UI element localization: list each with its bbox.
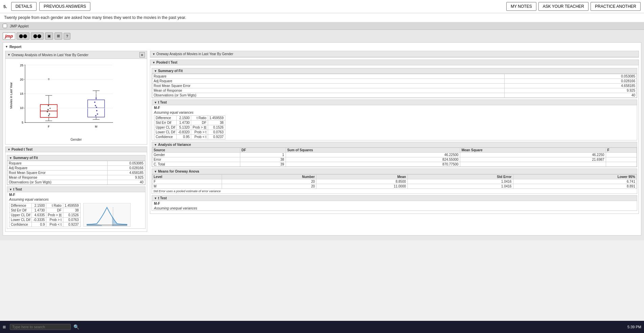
top-bar: 5. DETAILS PREVIOUS ANSWERS MY NOTES ASK… — [0, 0, 644, 13]
jmp-logo: jmp — [3, 32, 15, 40]
svg-point-34 — [95, 105, 96, 106]
means-table: LevelNumberMeanStd ErrorLower 95% F208.8… — [152, 174, 637, 189]
question-text: Twenty people from each gender are asked… — [0, 13, 644, 22]
table-row: Upper CL Dif5.1320Prob > |t|0.1526 — [154, 125, 225, 130]
oneway-left-triangle: ▼ — [7, 53, 10, 57]
jmp-applet-checkbox[interactable] — [3, 24, 7, 28]
details-button[interactable]: DETAILS — [11, 2, 37, 11]
ttest-left-content: Difference2.1500t Ratio1.459559 Std Err … — [7, 202, 145, 228]
previous-answers-button[interactable]: PREVIOUS ANSWERS — [39, 2, 90, 11]
assuming-equal-right: Assuming equal variances — [152, 110, 637, 115]
t-test-left-header: ▼ t Test — [7, 187, 145, 192]
jmp-container: jmp ⬤⬤ ⬤⬤ ▣ ⊞ ? ▼ Report — [0, 30, 644, 240]
boxplot-area: 5 10 15 20 — [5, 59, 147, 144]
jmp-tool-4[interactable]: ⊞ — [54, 32, 62, 40]
pooled-t-test-left-body: ▼ Summary of Fit Rsquare 0.053085 — [5, 152, 147, 231]
summary-fit-right: ▼ Summary of Fit Rsquare 0.053085 — [152, 68, 637, 98]
table-row: Error38824.5500021.6987 — [152, 157, 637, 162]
right-buttons: MY NOTES ASK YOUR TEACHER PRACTICE ANOTH… — [506, 2, 641, 11]
report-triangle: ▼ — [5, 45, 8, 48]
svg-point-26 — [48, 105, 49, 106]
svg-text:Movies in Last Year: Movies in Last Year — [9, 82, 13, 109]
main-content: JMP Applet jmp ⬤⬤ ⬤⬤ ▣ ⊞ ? ▼ Report — [0, 22, 644, 254]
report-label: Report — [9, 45, 21, 49]
report-header: ▼ Report — [5, 45, 639, 49]
pooled-t-test-left: ▼ Pooled t Test ▼ Summary of Fit — [5, 147, 147, 232]
pooled-t-test-right-body: ▼ Summary of Fit Rsquare 0.053085 — [150, 65, 639, 214]
table-row: Mean of Response 9.925 — [7, 175, 145, 180]
x-axis-label: Gender — [8, 138, 144, 141]
table-row: C. Total39870.77500 — [152, 162, 637, 167]
table-row: Confidence0.95Prob < t0.9237 — [154, 135, 225, 139]
oneway-right-title: Oneway Analysis of Movies in Last Year B… — [156, 52, 233, 56]
means-footnote: Std Error uses a pooled estimate of erro… — [152, 189, 637, 194]
svg-text:5: 5 — [22, 121, 23, 124]
summary-fit-left-table: Rsquare 0.053085 Adj Rsquare 0.028166 Ro… — [7, 161, 145, 185]
assuming-unequal: Assuming unequal variances — [152, 206, 637, 210]
jmp-help-btn[interactable]: ? — [64, 33, 70, 40]
svg-point-37 — [97, 113, 98, 115]
mf-label-right: M-F — [152, 105, 637, 110]
means-header: ▼ Means for Oneway Anova — [152, 169, 637, 174]
svg-text:F: F — [48, 125, 50, 128]
right-column: ▼ Oneway Analysis of Movies in Last Year… — [150, 51, 639, 233]
practice-another-button[interactable]: PRACTICE ANOTHER — [591, 2, 641, 11]
table-row: Gender146.2250046.2250 — [152, 153, 637, 157]
table-row: Root Mean Square Error 4.658185 — [7, 171, 145, 175]
question-number: 5. — [3, 4, 7, 9]
summary-fit-right-header: ▼ Summary of Fit — [152, 68, 637, 74]
t-test-right: ▼ t Test M-F Assuming equal variances Di… — [152, 99, 637, 140]
table-row: Std Err Dif1.4730DF38 — [154, 120, 225, 125]
oneway-panel-right: ▼ Oneway Analysis of Movies in Last Year… — [150, 51, 639, 58]
table-row: Difference2.1500t Ratio1.459559 — [154, 116, 225, 120]
jmp-applet-bar: JMP Applet — [0, 22, 644, 30]
jmp-toolbar: jmp ⬤⬤ ⬤⬤ ▣ ⊞ ? — [3, 32, 641, 40]
svg-point-39 — [95, 115, 96, 116]
anova-section: ▼ Analysis of Variance SourceDFSum of Sq… — [152, 142, 637, 167]
svg-text:20: 20 — [20, 78, 23, 81]
t-test-right-header: ▼ t Test — [152, 100, 637, 105]
t-test-right-2: ▼ t Test M-F Assuming unequal variances — [152, 195, 637, 211]
svg-point-35 — [96, 110, 97, 111]
svg-point-25 — [48, 115, 49, 116]
jmp-tool-1[interactable]: ⬤⬤ — [17, 32, 29, 40]
ttest-left-table: Difference2.1500t Ratio1.459559 Std Err … — [9, 203, 81, 227]
pooled-t-test-right-header: ▼ Pooled t Test — [150, 60, 639, 65]
boxplot-svg: 5 10 15 20 — [8, 62, 120, 136]
svg-rect-27 — [88, 100, 105, 117]
anova-header: ▼ Analysis of Variance — [152, 142, 637, 148]
svg-text:25: 25 — [20, 64, 23, 67]
table-row: M2011.00001.04168.891 — [152, 184, 637, 189]
jmp-applet-title: JMP Applet — [10, 24, 28, 28]
ask-teacher-button[interactable]: ASK YOUR TEACHER — [538, 2, 589, 11]
my-notes-button[interactable]: MY NOTES — [506, 2, 536, 11]
table-row: SourceDFSum of SquaresMean SquareF — [152, 148, 637, 153]
svg-point-21 — [47, 109, 49, 110]
table-row: Rsquare 0.053085 — [152, 74, 637, 79]
report-section: ▼ Report ▼ Oneway Analysis of Movies in … — [3, 42, 641, 236]
table-row: F208.85001.04166.741 — [152, 179, 637, 184]
oneway-panel-right-header: ▼ Oneway Analysis of Movies in Last Year… — [150, 51, 639, 57]
svg-point-23 — [47, 111, 48, 112]
summary-fit-right-table: Rsquare 0.053085 Adj Rsquare 0.028166 Ro… — [152, 74, 637, 98]
table-row: Std Err Dif1.4730DF38 — [9, 208, 81, 213]
table-row: LevelNumberMeanStd ErrorLower 95% — [152, 175, 637, 179]
oneway-panel-left-header: ▼ Oneway Analysis of Movies in Last Year… — [5, 51, 147, 59]
table-row: Rsquare 0.053085 — [7, 161, 145, 166]
means-section: ▼ Means for Oneway Anova LevelNumberMean… — [152, 169, 637, 194]
svg-point-38 — [95, 97, 97, 99]
normal-curve-left: -4 -2 0 2 4 — [83, 203, 131, 227]
svg-text:15: 15 — [20, 92, 23, 95]
jmp-tool-2[interactable]: ⬤⬤ — [31, 32, 44, 40]
svg-point-40 — [96, 107, 97, 108]
oneway-left-menu[interactable]: ≡ — [139, 52, 145, 58]
svg-text:M: M — [95, 125, 97, 128]
svg-point-36 — [94, 102, 95, 103]
table-row: Confidence0.9Prob < t0.9237 — [9, 222, 81, 227]
summary-fit-left-header: ▼ Summary of Fit — [7, 155, 145, 161]
pooled-t-test-left-header: ▼ Pooled t Test — [5, 147, 147, 152]
table-row: Root Mean Square Error 4.658185 — [152, 84, 637, 88]
jmp-tool-3[interactable]: ▣ — [45, 32, 53, 40]
mf2-label: M-F — [152, 201, 637, 206]
t-test-left: ▼ t Test M-F Assuming equal variances Di… — [7, 186, 146, 229]
